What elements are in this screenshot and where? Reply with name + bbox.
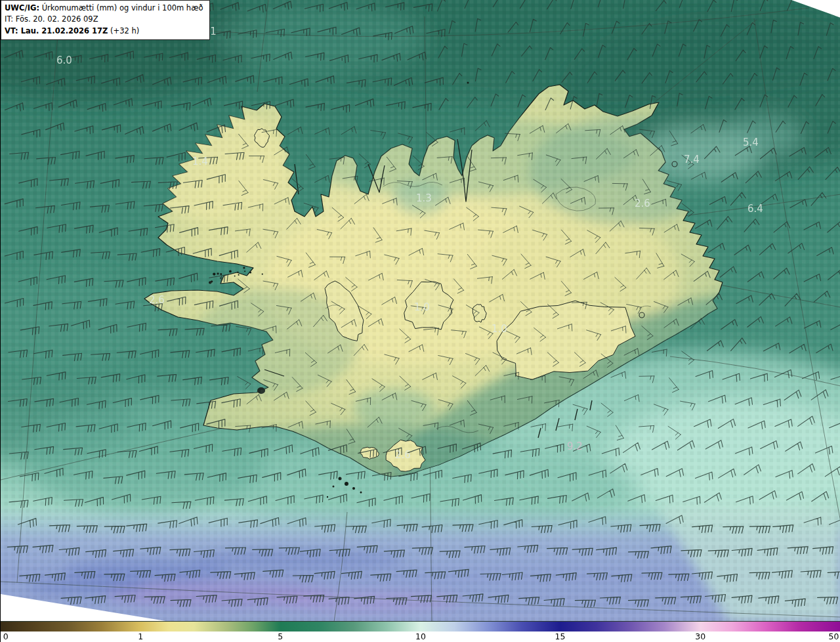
product-line: UWC/IG: Úrkomumætti (mm) og vindur i 100… <box>5 3 203 14</box>
precip-label: 2.6 <box>395 449 411 461</box>
valid-time-line: VT: Lau. 21.02.2026 17Z (+32 h) <box>5 26 203 37</box>
init-time-line: IT: Fös. 20. 02. 2026 09Z <box>5 14 203 25</box>
map-title-box: UWC/IG: Úrkomumætti (mm) og vindur i 100… <box>1 0 210 40</box>
colorbar-tick-1: 1 <box>138 631 143 642</box>
colorbar-tick-15: 15 <box>555 631 566 642</box>
precip-label: 6.4 <box>747 203 763 215</box>
colorbar-tick-10: 10 <box>415 631 426 642</box>
map-canvas: 6.07.15.47.42.66.41.41.32.61.01.02.69.2 <box>1 0 840 622</box>
precip-colorbar: 01510153050 <box>1 621 840 642</box>
precip-label: 1.0 <box>414 301 430 313</box>
precip-label: 2.6 <box>149 294 165 306</box>
colorbar-tick-50: 50 <box>829 631 839 642</box>
product-id: UWC/IG: <box>5 3 39 12</box>
precip-label: 5.4 <box>743 137 759 148</box>
colorbar-tick-5: 5 <box>278 631 283 642</box>
precip-label: 2.6 <box>635 198 650 209</box>
precip-label: 9.2 <box>567 440 583 452</box>
colorbar-tick-labels: 01510153050 <box>1 631 840 642</box>
colorbar-tick-0: 0 <box>3 631 9 642</box>
precip-label: 1.4 <box>192 156 208 167</box>
precip-label: 6.0 <box>56 54 72 66</box>
colorbar-gradient <box>1 622 840 631</box>
precip-label: 7.4 <box>684 154 700 165</box>
precip-label: 1.3 <box>416 192 432 204</box>
colorbar-tick-30: 30 <box>695 631 705 642</box>
weather-map: 6.07.15.47.42.66.41.41.32.61.01.02.69.2 … <box>0 0 840 642</box>
precip-label: 1.0 <box>492 323 507 335</box>
